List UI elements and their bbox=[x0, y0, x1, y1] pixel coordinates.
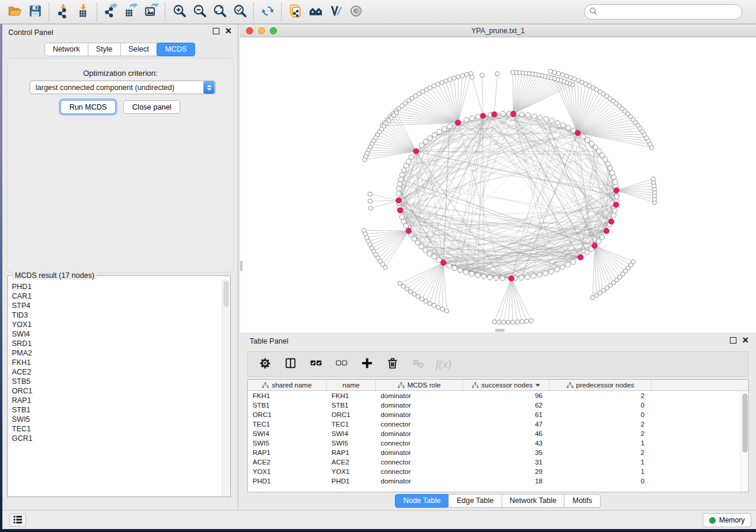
close-table-panel-icon[interactable]: ✕ bbox=[742, 337, 749, 344]
hide-graphics-details-button[interactable] bbox=[346, 2, 366, 21]
tab-select[interactable]: Select bbox=[120, 43, 158, 56]
table-row[interactable]: ACE2ACE2connector311 bbox=[248, 457, 748, 467]
cell-successor-nodes: 96 bbox=[463, 392, 550, 399]
window-zoom-button[interactable] bbox=[270, 27, 277, 34]
mcds-result-item[interactable]: SWI4 bbox=[12, 329, 222, 339]
column-header-successor-nodes[interactable]: successor nodes bbox=[463, 380, 550, 390]
show-columns-button[interactable] bbox=[282, 355, 299, 374]
zoom-in-button[interactable] bbox=[169, 2, 189, 21]
apply-preferred-layout-button[interactable] bbox=[257, 2, 277, 21]
table-row[interactable]: TEC1TEC1connector472 bbox=[248, 419, 748, 429]
mcds-result-item[interactable]: PMA2 bbox=[12, 348, 222, 358]
mcds-result-item[interactable]: SWI5 bbox=[12, 415, 222, 424]
tab-edge-table[interactable]: Edge Table bbox=[448, 494, 502, 508]
cell-successor-nodes: 18 bbox=[463, 477, 550, 485]
mcds-result-item[interactable]: ORC1 bbox=[12, 386, 222, 396]
mcds-result-item[interactable]: GCR1 bbox=[12, 434, 222, 443]
mcds-result-item[interactable]: STP4 bbox=[12, 301, 222, 310]
float-table-panel-icon[interactable] bbox=[730, 337, 736, 344]
open-file-button[interactable] bbox=[5, 2, 25, 21]
cell-successor-nodes: 61 bbox=[463, 411, 550, 418]
optimization-criterion-select[interactable]: largest connected component (undirected) bbox=[30, 81, 216, 94]
zoom-fit-icon bbox=[212, 4, 227, 20]
tab-mcds[interactable]: MCDS bbox=[157, 43, 195, 56]
deselect-all-button[interactable] bbox=[333, 355, 350, 374]
table-row[interactable]: YOX1YOX1connector291 bbox=[248, 467, 748, 476]
table-row[interactable]: PHD1PHD1dominator180 bbox=[248, 476, 748, 486]
first-neighbors-button[interactable] bbox=[305, 2, 326, 21]
network-graph[interactable] bbox=[240, 37, 756, 332]
column-header-shared-name[interactable]: shared name bbox=[248, 380, 327, 390]
table-row[interactable]: STB1STB1dominator620 bbox=[248, 400, 748, 410]
table-row[interactable]: SWI5SWI5connector431 bbox=[248, 438, 748, 448]
tab-network-table[interactable]: Network Table bbox=[502, 494, 565, 508]
control-panel-tabs: NetworkStyleSelectMCDS bbox=[2, 43, 238, 56]
cell-shared-name: FKH1 bbox=[248, 392, 327, 399]
mcds-list-scrollbar[interactable] bbox=[222, 280, 229, 496]
run-mcds-button[interactable]: Run MCDS bbox=[60, 100, 116, 114]
control-panel: Control Panel ✕ NetworkStyleSelectMCDS O… bbox=[2, 24, 238, 510]
network-view[interactable] bbox=[240, 37, 756, 332]
tab-node-table[interactable]: Node Table bbox=[395, 494, 449, 508]
network-vertical-scrollbar[interactable] bbox=[240, 261, 243, 271]
delete-columns-button[interactable] bbox=[384, 355, 401, 374]
cell-successor-nodes: 43 bbox=[463, 440, 550, 447]
settings-button[interactable] bbox=[256, 355, 274, 374]
mcds-result-item[interactable]: ACE2 bbox=[12, 367, 222, 377]
column-header-MCDS-role[interactable]: MCDS role bbox=[376, 380, 463, 390]
table-row[interactable]: RAP1RAP1dominator352 bbox=[248, 448, 748, 457]
mcds-result-item[interactable]: CAR1 bbox=[12, 291, 222, 301]
mcds-result-list[interactable]: PHD1CAR1STP4TID3YOX1SWI4SRD1PMA2FKH1ACE2… bbox=[8, 280, 222, 496]
network-horizontal-scrollbar[interactable] bbox=[495, 329, 505, 332]
optimization-criterion-label: Optimization criterion: bbox=[8, 69, 233, 78]
float-panel-icon[interactable] bbox=[213, 28, 219, 34]
search-input[interactable] bbox=[598, 6, 742, 18]
table-row[interactable]: SWI4SWI4dominator462 bbox=[248, 429, 748, 438]
mcds-result-item[interactable]: STB1 bbox=[12, 405, 222, 415]
cell-predecessor-nodes: 0 bbox=[550, 411, 652, 418]
mcds-result-item[interactable]: TID3 bbox=[12, 310, 222, 320]
mcds-result-item[interactable]: RAP1 bbox=[12, 396, 222, 405]
tab-style[interactable]: Style bbox=[88, 43, 121, 56]
zoom-fit-button[interactable] bbox=[209, 2, 229, 21]
search-box[interactable] bbox=[584, 4, 742, 20]
window-minimize-button[interactable] bbox=[258, 27, 265, 34]
cell-shared-name: SWI5 bbox=[248, 440, 327, 447]
tab-motifs[interactable]: Motifs bbox=[564, 494, 600, 508]
zoom-out-button[interactable] bbox=[189, 2, 209, 21]
column-header-predecessor-nodes[interactable]: predecessor nodes bbox=[550, 380, 652, 390]
settings-icon bbox=[259, 357, 272, 371]
new-network-from-selection-button[interactable] bbox=[285, 2, 305, 21]
export-image-button[interactable] bbox=[141, 2, 161, 21]
node-table[interactable]: shared namenameMCDS rolesuccessor nodesp… bbox=[247, 379, 749, 492]
window-close-button[interactable] bbox=[246, 27, 253, 34]
add-column-button[interactable] bbox=[358, 355, 376, 374]
export-network-icon bbox=[104, 4, 119, 20]
column-header-name[interactable]: name bbox=[327, 380, 376, 390]
import-network-button[interactable] bbox=[53, 2, 73, 21]
memory-button[interactable]: Memory bbox=[703, 513, 751, 527]
mcds-result-item[interactable]: TEC1 bbox=[12, 424, 222, 434]
task-history-button[interactable] bbox=[9, 514, 26, 527]
table-scrollbar[interactable] bbox=[741, 391, 748, 492]
mcds-result-item[interactable]: SRD1 bbox=[12, 339, 222, 348]
mcds-result-item[interactable]: YOX1 bbox=[12, 320, 222, 329]
table-row[interactable]: FKH1FKH1dominator962 bbox=[248, 391, 748, 400]
network-window-titlebar[interactable]: YPA_prune.txt_1 bbox=[240, 24, 756, 37]
mcds-result-item[interactable]: PHD1 bbox=[12, 282, 222, 291]
export-table-button[interactable] bbox=[121, 2, 141, 21]
select-all-button[interactable] bbox=[307, 355, 325, 374]
show-graphics-details-button[interactable] bbox=[326, 2, 346, 21]
close-panel-button[interactable]: Close panel bbox=[123, 100, 180, 114]
cell-MCDS-role: connector bbox=[376, 468, 463, 475]
tab-network[interactable]: Network bbox=[44, 43, 88, 56]
close-panel-icon[interactable]: ✕ bbox=[225, 28, 232, 34]
save-button[interactable] bbox=[25, 2, 45, 21]
mcds-result-item[interactable]: STB5 bbox=[12, 377, 222, 386]
zoom-selected-button[interactable] bbox=[229, 2, 250, 21]
table-row[interactable]: ORC1ORC1dominator610 bbox=[248, 410, 748, 419]
import-table-button[interactable] bbox=[73, 2, 93, 21]
export-network-button[interactable] bbox=[101, 2, 121, 21]
zoom-in-icon bbox=[172, 4, 187, 20]
mcds-result-item[interactable]: FKH1 bbox=[12, 358, 222, 367]
